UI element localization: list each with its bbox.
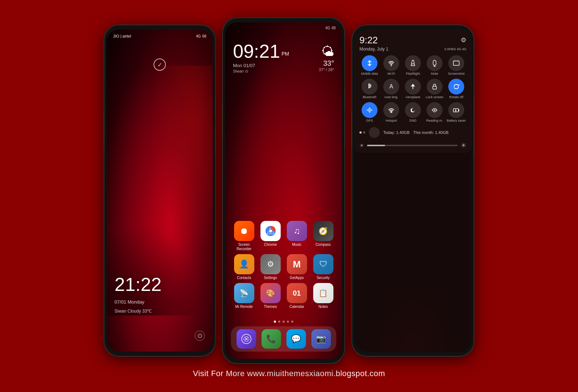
screenshot-btn[interactable]	[448, 55, 464, 71]
notif-date-row: Monday, July 1 0.0KB/s 4G 4G	[359, 47, 466, 52]
dock-mi-store[interactable]	[237, 329, 256, 349]
toggle-hotspot[interactable]: Hotspot	[381, 102, 401, 123]
mobile-data-label: Mobile data	[361, 72, 378, 76]
app-getapps[interactable]: M GetApps	[285, 254, 309, 280]
app-contacts[interactable]: 👤 Contacts	[232, 254, 256, 280]
data-circle	[369, 127, 380, 138]
mute-btn[interactable]	[427, 55, 443, 71]
bluetooth-btn[interactable]	[362, 79, 378, 95]
dock-camera[interactable]: 📷	[311, 329, 331, 349]
mi-remote-label: Mi Remote	[235, 305, 253, 309]
toggle-dnd[interactable]: DND	[403, 102, 423, 123]
app-mi-remote[interactable]: 📡 Mi Remote	[232, 283, 256, 309]
music-icon: ♫	[287, 221, 307, 241]
toggle-rotate[interactable]: Rotate off	[446, 79, 466, 99]
auto-brightness-btn[interactable]: A	[383, 79, 399, 95]
phone2-screen: 4G 68 09:21PM Mon 01/07 Siwan ⊙ 🌤 33° 37…	[225, 22, 342, 359]
notification-panel: 9:22 ⚙ Monday, July 1 0.0KB/s 4G 4G	[354, 30, 471, 153]
phone1-screen: JIO | airtel 4G 68 ✓ 21:22 07/01 Monday …	[107, 30, 213, 352]
svg-point-3	[269, 230, 272, 232]
app-music[interactable]: ♫ Music	[285, 221, 309, 251]
signal-text: 4G	[196, 34, 201, 38]
mobile-data-btn[interactable]	[362, 55, 378, 71]
wifi-btn[interactable]	[383, 55, 399, 71]
screen-recorder-icon: ⏺	[234, 221, 254, 241]
rotate-btn[interactable]	[448, 79, 464, 95]
app-chrome[interactable]: Chrome	[258, 221, 283, 251]
notif-signal: 0.0KB/s 4G 4G	[444, 47, 466, 51]
hotspot-btn[interactable]	[383, 102, 399, 118]
status-icons: 4G 68	[196, 34, 206, 38]
toggle-mobile-data[interactable]: Mobile data	[359, 55, 380, 76]
home-time: 09:21PM	[233, 40, 289, 62]
reading-mode-label: Reading m.	[426, 119, 443, 123]
toggle-mute[interactable]: Mute	[424, 55, 445, 76]
app-row-2: 👤 Contacts ⚙ Settings M GetApps 🛡	[231, 254, 336, 280]
toggle-gps[interactable]: GPS	[359, 102, 380, 123]
security-icon: 🛡	[313, 254, 333, 274]
weather-range: 37° / 28°	[319, 67, 334, 72]
brightness-track[interactable]	[367, 145, 458, 146]
app-themes[interactable]: 🎨 Themes	[258, 283, 283, 309]
toggle-screenshot[interactable]: Screenshot	[446, 55, 466, 76]
aeroplane-btn[interactable]	[405, 79, 421, 95]
dock-phone[interactable]: 📞	[262, 329, 281, 349]
chrome-icon	[260, 221, 281, 241]
p2-signal: 4G	[325, 26, 330, 30]
data-today: Today: 1.40GB	[383, 130, 410, 135]
camera-shortcut[interactable]: ⊙	[195, 331, 205, 341]
app-security[interactable]: 🛡 Security	[311, 254, 336, 280]
app-notes[interactable]: 📋 Notes	[311, 283, 336, 309]
gps-label: GPS	[366, 119, 373, 123]
weather-icon: 🌤	[319, 44, 334, 59]
brightness-slider-row[interactable]: ☀ ☀	[359, 141, 466, 149]
notif-time: 9:22	[359, 35, 378, 46]
toggle-auto-brightness[interactable]: A Auto brig.	[381, 79, 401, 99]
home-weather: 🌤 33° 37° / 28°	[319, 44, 334, 72]
brightness-low-icon: ☀	[359, 143, 364, 148]
dock-messages[interactable]: 💬	[286, 329, 306, 349]
lock-weather: Siwan Cloudy 33℃	[115, 309, 152, 314]
app-row-1: ⏺ ScreenRecorder	[231, 221, 336, 251]
toggle-battery-saver[interactable]: Battery saver	[446, 102, 466, 123]
settings-icon: ⚙	[260, 254, 281, 274]
footer-text: Visit For More www.miuithemesxiaomi.blog…	[193, 369, 385, 378]
home-time-digits: 09:21	[233, 41, 280, 62]
gps-btn[interactable]	[362, 102, 378, 118]
flashlight-btn[interactable]	[405, 55, 421, 71]
toggle-flashlight[interactable]: Flashlight	[403, 55, 423, 76]
reading-mode-btn[interactable]	[427, 102, 443, 118]
app-settings[interactable]: ⚙ Settings	[258, 254, 283, 280]
svg-point-14	[369, 109, 370, 110]
home-date: Mon 01/07	[233, 63, 289, 68]
app-compass[interactable]: 🧭 Compass	[311, 221, 336, 251]
settings-gear-icon[interactable]: ⚙	[461, 36, 466, 44]
wifi-label: Wi-Fi	[388, 72, 395, 76]
data-month: This month: 1.40GB	[413, 130, 449, 135]
svg-point-5	[391, 65, 392, 66]
brightness-high-icon: ☀	[461, 141, 466, 149]
toggle-bluetooth[interactable]: Bluetooth	[359, 79, 380, 99]
app-calendar[interactable]: 01 Calendar	[285, 283, 309, 309]
rotate-label: Rotate off	[449, 96, 463, 99]
unlock-indicator[interactable]: ✓	[154, 58, 166, 71]
weather-temp: 33°	[319, 59, 334, 67]
notes-icon: 📋	[313, 283, 333, 303]
page-dots	[225, 321, 342, 323]
toggle-reading[interactable]: Reading m.	[424, 102, 445, 123]
toggle-lock-screen[interactable]: Lock screen	[424, 79, 445, 99]
battery-saver-btn[interactable]	[448, 102, 464, 118]
home-ampm: PM	[281, 51, 289, 57]
lock-screen-btn[interactable]	[427, 79, 443, 95]
dnd-btn[interactable]	[405, 102, 421, 118]
settings-label: Settings	[264, 276, 277, 280]
data-dot-2	[363, 131, 365, 134]
brightness-fill	[367, 145, 385, 146]
lock-screen-label: Lock screen	[426, 96, 444, 99]
toggle-wifi[interactable]: Wi-Fi	[381, 55, 401, 76]
toggle-aeroplane[interactable]: Aeroplane	[403, 79, 423, 99]
app-screen-recorder[interactable]: ⏺ ScreenRecorder	[232, 221, 256, 251]
contacts-label: Contacts	[237, 276, 251, 280]
dot-5	[291, 321, 293, 323]
security-label: Security	[316, 276, 329, 280]
